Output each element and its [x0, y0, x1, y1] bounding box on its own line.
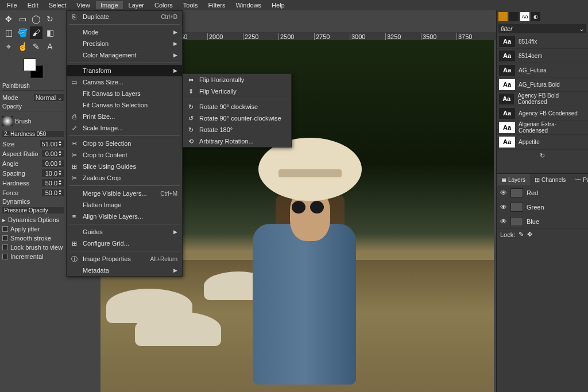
menu-item-rotate-90-counter-clockwise[interactable]: ↺Rotate 90° counter-clockwise: [183, 112, 291, 124]
fonts-tab-icon[interactable]: Aa: [520, 12, 529, 21]
rotate-tool-icon[interactable]: ↻: [44, 13, 56, 25]
option-smooth-stroke[interactable]: Smooth stroke: [2, 234, 64, 243]
font-item[interactable]: AaAppetite: [497, 135, 588, 149]
menu-item-merge-visible-layers-[interactable]: Merge Visible Layers...Ctrl+M: [67, 188, 182, 199]
text-tool-icon[interactable]: A: [44, 40, 56, 53]
menu-item-mode[interactable]: Mode▶: [67, 26, 182, 38]
tab-layers[interactable]: ≣Layers: [497, 174, 530, 185]
history-tab-icon[interactable]: ◐: [531, 12, 540, 21]
path-tool-icon[interactable]: ✎: [30, 40, 42, 53]
visibility-eye-icon[interactable]: 👁: [500, 189, 507, 197]
menu-item-zealous-crop[interactable]: ✂Zealous Crop: [67, 172, 182, 184]
menu-item-guides[interactable]: Guides▶: [67, 226, 182, 238]
font-item[interactable]: Aa8514oem: [497, 49, 588, 63]
menu-item-color-management[interactable]: Color Management▶: [67, 49, 182, 61]
menu-item-icon: ↺: [187, 115, 195, 122]
menu-image[interactable]: Image: [96, 1, 123, 9]
checkbox-label: Smooth stroke: [10, 235, 51, 242]
option-lock-brush-to-view[interactable]: Lock brush to view: [2, 243, 64, 252]
dynamics-select[interactable]: Pressure Opacity: [2, 207, 64, 214]
menu-item-align-visible-layers-[interactable]: ≡Align Visible Layers...: [67, 211, 182, 222]
transform-tool-icon[interactable]: ◫: [2, 26, 15, 39]
opt-label: Spacing: [2, 170, 25, 177]
menu-item-label: Color Management: [83, 52, 169, 59]
font-item[interactable]: AaAG_Futura Bold: [497, 77, 588, 92]
lasso-tool-icon[interactable]: ◯: [30, 13, 42, 25]
menu-item-rotate-90-clockwise[interactable]: ↻Rotate 90° clockwise: [183, 101, 291, 112]
menu-item-canvas-size-[interactable]: ▭Canvas Size...: [67, 76, 182, 88]
menu-item-label: Transform: [83, 67, 169, 74]
menu-item-label: Configure Grid...: [83, 240, 177, 247]
opt-value-input[interactable]: 10.0▲▼: [42, 169, 64, 177]
menu-edit[interactable]: Edit: [23, 1, 43, 9]
visibility-eye-icon[interactable]: 👁: [500, 218, 507, 226]
paintbrush-tool-icon[interactable]: 🖌: [30, 26, 42, 39]
tab-paths[interactable]: 〰Paths: [570, 174, 588, 185]
menu-item-transform[interactable]: Transform▶: [67, 65, 182, 76]
font-item[interactable]: AaAgency FB Bold Condensed: [497, 92, 588, 106]
menu-item-fit-canvas-to-layers[interactable]: Fit Canvas to Layers: [67, 88, 182, 99]
menu-windows[interactable]: Windows: [231, 1, 266, 9]
menu-item-scale-image-[interactable]: ⤢Scale Image...: [67, 122, 182, 134]
eraser-tool-icon[interactable]: ◧: [44, 26, 56, 39]
menu-item-print-size-[interactable]: ⎙Print Size...: [67, 111, 182, 122]
opt-value-input[interactable]: 0.00▲▼: [42, 150, 64, 157]
menu-filters[interactable]: Filters: [204, 1, 230, 9]
lock-pixel-icon[interactable]: ✎: [519, 231, 524, 238]
menu-help[interactable]: Help: [267, 1, 289, 9]
refresh-fonts-button[interactable]: ↻: [497, 149, 588, 162]
font-item[interactable]: AaAgency FB Condensed: [497, 106, 588, 121]
menu-tools[interactable]: Tools: [179, 1, 203, 9]
menu-item-slice-using-guides[interactable]: ⊞Slice Using Guides: [67, 161, 182, 172]
option-incremental[interactable]: Incremental: [2, 252, 64, 261]
opt-value-input[interactable]: 0.00▲▼: [42, 160, 64, 167]
menu-select[interactable]: Select: [44, 1, 71, 9]
channel-row[interactable]: 👁Blue: [497, 214, 588, 228]
smudge-tool-icon[interactable]: ☝: [16, 40, 29, 53]
foreground-color[interactable]: [24, 59, 36, 71]
menu-item-duplicate[interactable]: ⎘DuplicateCtrl+D: [67, 11, 182, 22]
gradients-tab-icon[interactable]: [509, 12, 519, 21]
font-item[interactable]: AaAG_Futura: [497, 63, 588, 77]
tab-channels[interactable]: ⊞Channels: [530, 174, 570, 185]
menu-colors[interactable]: Colors: [150, 1, 177, 9]
channel-row[interactable]: 👁Green: [497, 200, 588, 214]
mode-select[interactable]: Normal ⌄: [34, 94, 64, 101]
menu-item-arbitrary-rotation-[interactable]: ⟲Arbitrary Rotation...: [183, 135, 291, 147]
move-tool-icon[interactable]: ✥: [2, 13, 15, 25]
menu-item-rotate-180-[interactable]: ↻Rotate 180°: [183, 124, 291, 135]
opt-value-input[interactable]: 50.0▲▼: [42, 179, 64, 187]
menu-item-metadata[interactable]: Metadata▶: [67, 265, 182, 276]
font-filter-input[interactable]: filter ⌄: [498, 24, 586, 33]
menu-separator: [69, 185, 180, 186]
channel-row[interactable]: 👁Red: [497, 185, 588, 200]
brush-preview-icon[interactable]: [2, 116, 13, 126]
menu-item-crop-to-content[interactable]: ✂Crop to Content: [67, 149, 182, 161]
brush-select[interactable]: 2. Hardness 050: [2, 131, 64, 137]
menu-view[interactable]: View: [72, 1, 95, 9]
menu-item-precision[interactable]: Precision▶: [67, 38, 182, 49]
clone-tool-icon[interactable]: ⌖: [2, 40, 15, 53]
checkbox-icon: [2, 235, 8, 241]
menu-item-flip-horizontally[interactable]: ⇔Flip Horizontally: [183, 74, 291, 86]
opt-value-input[interactable]: 51.00▲▼: [40, 140, 64, 148]
layers-tabs: ≣Layers⊞Channels〰Paths: [497, 174, 588, 185]
menu-item-flip-vertically[interactable]: ⇕Flip Vertically: [183, 86, 291, 97]
menu-item-flatten-image[interactable]: Flatten Image: [67, 199, 182, 211]
lock-position-icon[interactable]: ✥: [527, 231, 532, 238]
menu-layer[interactable]: Layer: [124, 1, 149, 9]
patterns-tab-icon[interactable]: [498, 12, 508, 21]
font-item[interactable]: Aa8514fix: [497, 34, 588, 49]
transform-submenu: ⇔Flip Horizontally⇕Flip Vertically↻Rotat…: [183, 73, 292, 148]
menu-file[interactable]: File: [2, 1, 22, 9]
option-apply-jitter[interactable]: Apply jitter: [2, 224, 64, 234]
font-item[interactable]: AaAlgerian Extra-Condensed: [497, 121, 588, 135]
opt-value-input[interactable]: 50.0▲▼: [42, 189, 64, 196]
rect-select-tool-icon[interactable]: ▭: [16, 13, 29, 25]
visibility-eye-icon[interactable]: 👁: [500, 203, 507, 211]
bucket-tool-icon[interactable]: 🪣: [16, 26, 29, 39]
option-dynamics-options[interactable]: ▸Dynamics Options: [2, 215, 64, 224]
menu-item-image-properties[interactable]: ⓘImage PropertiesAlt+Return: [67, 253, 182, 265]
channel-thumb: [510, 203, 523, 212]
menu-item-configure-grid-[interactable]: ⊞Configure Grid...: [67, 238, 182, 249]
